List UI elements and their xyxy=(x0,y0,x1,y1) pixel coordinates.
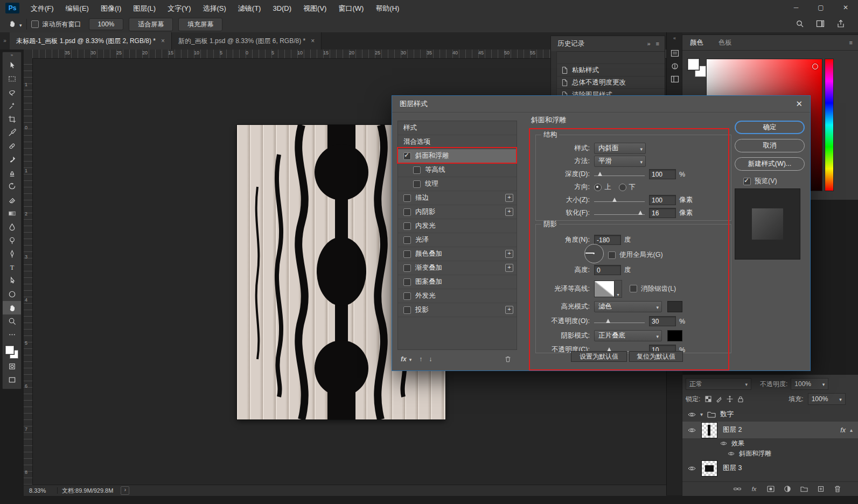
visibility-eye-icon[interactable] xyxy=(728,451,735,456)
menu-filter[interactable]: 滤镜(T) xyxy=(232,1,267,16)
layer-name[interactable]: 图层 3 xyxy=(723,464,742,473)
foreground-background-swatches[interactable] xyxy=(688,59,706,77)
zoom-level[interactable]: 8.33% xyxy=(29,487,53,494)
search-icon[interactable] xyxy=(796,19,804,30)
bevel-effect-label[interactable]: 斜面和浮雕 xyxy=(739,449,771,458)
style-checkbox[interactable] xyxy=(403,306,411,314)
tool-preset-caret-icon[interactable] xyxy=(17,20,22,29)
global-light-checkbox[interactable] xyxy=(608,251,616,259)
technique-select[interactable]: 平滑 xyxy=(594,156,646,167)
anti-alias-checkbox[interactable] xyxy=(630,285,637,292)
fit-screen-button[interactable]: 适合屏幕 xyxy=(129,18,173,31)
tab-color[interactable]: 颜色 xyxy=(682,35,711,50)
style-checkbox[interactable] xyxy=(413,166,421,174)
eyedropper-tool[interactable] xyxy=(3,126,21,139)
group-name[interactable]: 数字 xyxy=(720,410,734,419)
style-checkbox[interactable] xyxy=(403,152,411,160)
new-layer-icon[interactable] xyxy=(817,485,825,493)
tab-swatches[interactable]: 色板 xyxy=(711,35,740,50)
history-item[interactable]: 粘贴样式 xyxy=(551,64,665,76)
style-item-inner-glow[interactable]: 内发光 xyxy=(398,219,517,233)
lock-transparent-icon[interactable] xyxy=(704,395,712,403)
highlight-opacity-input[interactable]: 30 xyxy=(649,316,676,326)
dialog-close-icon[interactable]: ✕ xyxy=(796,99,803,109)
style-checkbox[interactable] xyxy=(403,208,411,216)
dodge-tool[interactable] xyxy=(3,234,21,247)
visibility-eye-icon[interactable] xyxy=(688,466,696,471)
pen-tool[interactable] xyxy=(3,247,21,261)
hand-tool[interactable] xyxy=(3,301,21,314)
lock-all-icon[interactable] xyxy=(737,395,744,403)
size-slider[interactable] xyxy=(594,197,645,204)
ok-button[interactable]: 确定 xyxy=(735,121,805,134)
gloss-contour-thumbnail[interactable] xyxy=(594,281,615,297)
style-item-gradient-overlay[interactable]: 渐变叠加+ xyxy=(398,261,517,275)
angle-input[interactable]: -180 xyxy=(594,235,621,245)
style-checkbox[interactable] xyxy=(413,180,421,188)
style-item-stroke[interactable]: 描边+ xyxy=(398,191,517,205)
screen-mode-icon[interactable] xyxy=(3,373,21,387)
add-instance-icon[interactable]: + xyxy=(505,306,513,314)
properties-panel-icon[interactable] xyxy=(671,50,679,57)
blending-options-item[interactable]: 混合选项 xyxy=(398,135,517,149)
shadow-mode-select[interactable]: 正片叠底 xyxy=(594,330,662,341)
link-layers-icon[interactable] xyxy=(733,485,742,493)
style-checkbox[interactable] xyxy=(403,236,411,244)
magic-wand-tool[interactable] xyxy=(3,99,21,113)
angle-dial[interactable] xyxy=(584,244,604,263)
style-item-drop-shadow[interactable]: 投影+ xyxy=(398,303,517,317)
delete-layer-icon[interactable] xyxy=(833,485,842,493)
panel-menu-icon[interactable]: ≡ xyxy=(656,40,659,47)
styles-nav-item[interactable]: 样式 xyxy=(398,121,517,135)
history-brush-tool[interactable] xyxy=(3,180,21,193)
visibility-eye-icon[interactable] xyxy=(688,428,696,433)
layer-style-fx-icon[interactable]: fx xyxy=(750,485,758,493)
menu-3d[interactable]: 3D(D) xyxy=(267,1,297,16)
depth-input[interactable]: 100 xyxy=(649,169,676,179)
bevel-effect-row[interactable]: 斜面和浮雕 xyxy=(682,449,858,459)
move-effect-down-icon[interactable]: ↓ xyxy=(429,355,432,363)
gradient-tool[interactable] xyxy=(3,207,21,220)
style-checkbox[interactable] xyxy=(403,194,411,202)
scroll-all-windows-checkbox[interactable] xyxy=(31,20,39,28)
menu-window[interactable]: 窗口(W) xyxy=(332,1,369,16)
tab-overflow-icon[interactable]: » xyxy=(0,32,10,50)
healing-brush-tool[interactable] xyxy=(3,139,21,153)
style-checkbox[interactable] xyxy=(403,222,411,230)
layer-thumbnail[interactable] xyxy=(701,422,717,438)
delete-effect-icon[interactable] xyxy=(504,355,512,363)
size-input[interactable]: 100 xyxy=(649,195,676,205)
group-expand-icon[interactable]: ▾ xyxy=(700,411,703,417)
tab-close-icon[interactable]: × xyxy=(161,37,165,45)
add-mask-icon[interactable] xyxy=(766,485,775,493)
document-tab-1[interactable]: 未标题-1_画板 1.psd @ 8.33% (图层 2, RGB/8) * × xyxy=(10,32,172,50)
add-instance-icon[interactable]: + xyxy=(505,264,513,272)
new-group-icon[interactable] xyxy=(800,485,808,493)
shape-tool[interactable] xyxy=(3,288,21,301)
highlight-opacity-slider[interactable] xyxy=(594,318,645,325)
style-item-pattern-overlay[interactable]: 图案叠加 xyxy=(398,275,517,289)
effects-label[interactable]: 效果 xyxy=(731,439,744,448)
style-checkbox[interactable] xyxy=(403,278,411,286)
libraries-panel-icon[interactable] xyxy=(671,75,679,83)
fill-screen-button[interactable]: 填充屏幕 xyxy=(178,18,222,31)
bevel-style-select[interactable]: 内斜面 xyxy=(594,143,646,154)
zoom-100-button[interactable]: 100% xyxy=(89,18,124,30)
highlight-mode-select[interactable]: 滤色 xyxy=(594,301,662,312)
style-checkbox[interactable] xyxy=(403,292,411,300)
menu-help[interactable]: 帮助(H) xyxy=(369,1,405,16)
adjustment-layer-icon[interactable] xyxy=(783,485,792,493)
opacity-value[interactable]: 100% xyxy=(791,378,828,390)
move-tool[interactable] xyxy=(3,59,21,72)
color-picker-marker[interactable] xyxy=(812,64,818,69)
style-item-outer-glow[interactable]: 外发光 xyxy=(398,289,517,303)
eraser-tool[interactable] xyxy=(3,193,21,207)
visibility-eye-icon[interactable] xyxy=(720,441,727,446)
layer-fx-badge[interactable]: fx xyxy=(840,426,846,434)
direction-up-radio[interactable] xyxy=(594,184,602,191)
style-item-inner-shadow[interactable]: 内阴影+ xyxy=(398,205,517,219)
hue-slider[interactable] xyxy=(825,59,834,191)
layer-thumbnail[interactable] xyxy=(701,460,717,477)
panel-collapse-icon[interactable]: » xyxy=(647,40,650,47)
soften-input[interactable]: 16 xyxy=(649,208,676,218)
